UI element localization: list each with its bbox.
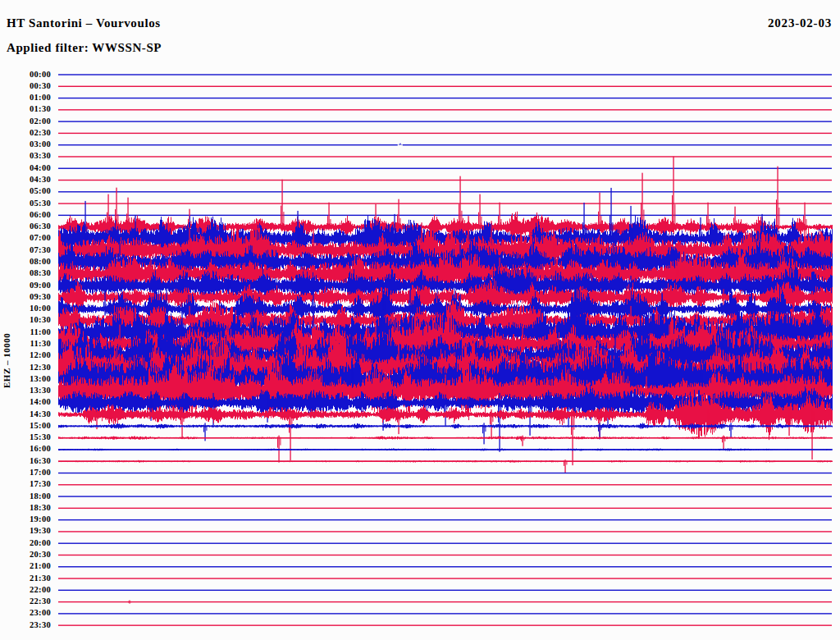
helicorder-page: HT Santorini – Vourvoulos 2023-02-03 App… bbox=[0, 0, 840, 640]
seismogram-traces-canvas bbox=[0, 0, 840, 640]
